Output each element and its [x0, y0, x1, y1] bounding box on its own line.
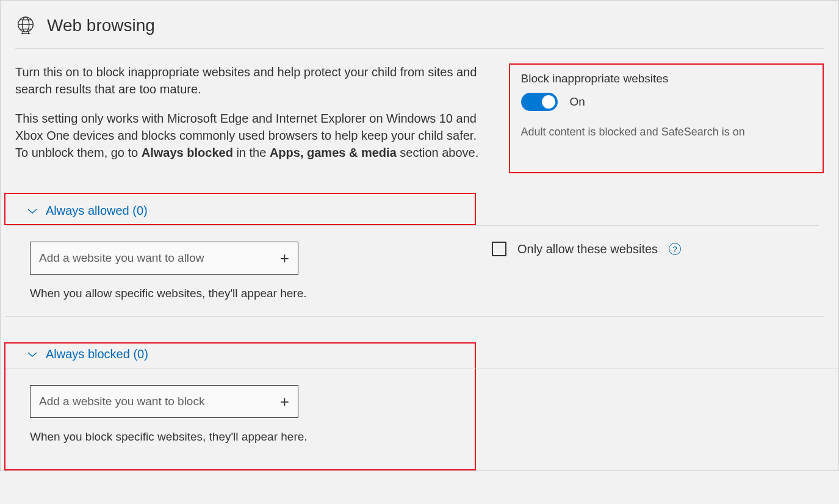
chevron-down-icon	[27, 351, 37, 358]
allowed-content-row: + When you allow specific websites, they…	[5, 225, 824, 317]
toggle-row: On	[521, 93, 812, 111]
toggle-knob	[542, 95, 555, 109]
allowed-left-column: + When you allow specific websites, they…	[5, 226, 477, 316]
allowed-website-input[interactable]	[39, 251, 274, 265]
allowed-hint: When you allow specific websites, they'l…	[30, 287, 453, 300]
plus-icon[interactable]: +	[274, 392, 289, 411]
page-header: Web browsing	[1, 1, 838, 48]
toggle-description: Adult content is blocked and SafeSearch …	[521, 126, 812, 139]
intro-section: Turn this on to block inappropriate webs…	[1, 49, 838, 193]
always-allowed-box: Always allowed (0)	[4, 193, 476, 225]
intro-paragraph-2: This setting only works with Microsoft E…	[15, 110, 484, 161]
blocked-input-wrap[interactable]: +	[30, 385, 298, 418]
intro-paragraph-1: Turn this on to block inappropriate webs…	[15, 63, 484, 98]
help-icon[interactable]: ?	[669, 243, 681, 255]
only-allow-label: Only allow these websites	[517, 242, 658, 256]
chevron-down-icon	[27, 208, 37, 214]
always-blocked-title: Always blocked (0)	[46, 347, 148, 361]
always-allowed-title: Always allowed (0)	[46, 204, 148, 218]
block-toggle-card: Block inappropriate websites On Adult co…	[509, 63, 824, 173]
always-allowed-expander[interactable]: Always allowed (0)	[5, 194, 475, 224]
page-title: Web browsing	[47, 16, 155, 35]
allowed-input-wrap[interactable]: +	[30, 242, 298, 275]
toggle-state-label: On	[570, 95, 585, 109]
block-websites-toggle[interactable]	[521, 93, 558, 111]
blocked-hint: When you block specific websites, they'l…	[30, 430, 450, 444]
toggle-card-title: Block inappropriate websites	[521, 72, 812, 85]
always-blocked-box: Always blocked (0) + When you block spec…	[4, 342, 476, 470]
globe-icon	[15, 15, 36, 36]
always-blocked-expander[interactable]: Always blocked (0)	[5, 344, 475, 369]
plus-icon[interactable]: +	[274, 249, 289, 268]
intro-text: Turn this on to block inappropriate webs…	[15, 63, 484, 173]
only-allow-checkbox[interactable]	[492, 242, 506, 256]
blocked-content: + When you block specific websites, they…	[5, 369, 475, 450]
blocked-website-input[interactable]	[39, 395, 274, 408]
only-allow-row: Only allow these websites ?	[477, 226, 824, 272]
